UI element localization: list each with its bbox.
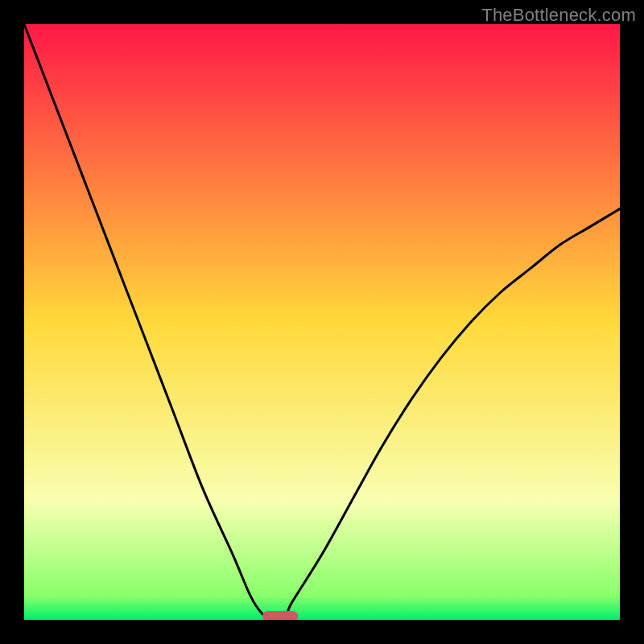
min-marker xyxy=(262,611,298,620)
plot-area xyxy=(24,24,620,620)
bottleneck-chart xyxy=(24,24,620,620)
min-marker-group xyxy=(262,611,298,620)
gradient-background xyxy=(24,24,620,620)
chart-frame: TheBottleneck.com xyxy=(0,0,644,644)
watermark-text: TheBottleneck.com xyxy=(481,5,636,26)
